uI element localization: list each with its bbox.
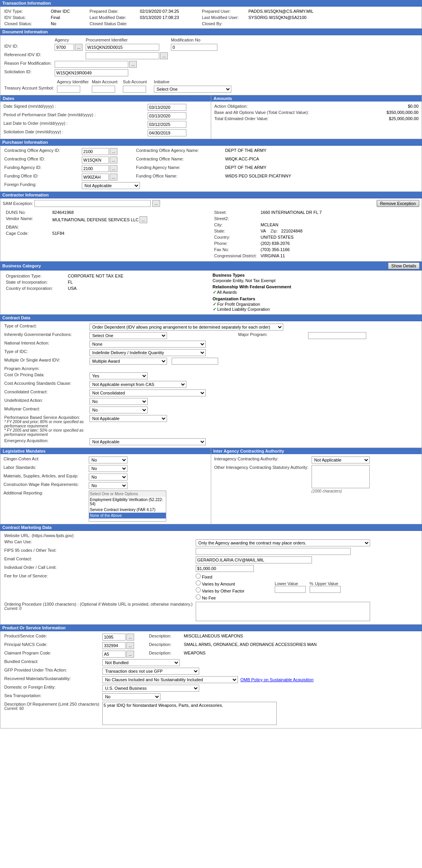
option-employment[interactable]: Employment Eligibility Verification (52.… bbox=[89, 497, 166, 507]
total-estimated-value: $25,000,000.00 bbox=[370, 115, 420, 122]
fips-field[interactable] bbox=[196, 548, 351, 555]
bundled-select[interactable]: Not Bundled bbox=[102, 659, 180, 666]
contracting-office-id-ellipsis[interactable]: ... bbox=[110, 157, 117, 164]
type-of-contract-select[interactable]: Order Dependent (IDV allows pricing arra… bbox=[90, 324, 283, 331]
contracting-office-agency-name-value: DEPT OF THE ARMY bbox=[224, 147, 419, 156]
description-req-field[interactable]: 5 year IDIQ for Nonstandard Weapons, Par… bbox=[102, 702, 277, 725]
funding-agency-id-field[interactable] bbox=[82, 165, 109, 172]
option-none-above[interactable]: None of the Above bbox=[89, 513, 166, 518]
labor-standards-select[interactable]: No bbox=[89, 465, 127, 472]
performance-based-select[interactable]: Not Applicable bbox=[90, 415, 167, 422]
type-idc-select[interactable]: Indefinite Delivery / Indefinite Quantit… bbox=[90, 349, 206, 356]
undefinitized-label: Undefinitized Action: bbox=[3, 397, 88, 406]
treasury-main-account-field[interactable] bbox=[92, 86, 115, 93]
funding-agency-name-label: Funding Agency Name: bbox=[134, 164, 224, 173]
other-interagency-label: Other Interagency Contracting Statutory … bbox=[213, 464, 310, 494]
naics-desc-value: SMALL ARMS, ORDNANCE, AND ORDNANCE ACCES… bbox=[182, 641, 419, 650]
ordering-procedure-current: Current: 0 bbox=[4, 606, 193, 611]
modification-no-field[interactable] bbox=[171, 44, 217, 51]
referenced-idv-field[interactable] bbox=[86, 52, 159, 59]
ordering-procedure-field[interactable] bbox=[196, 602, 370, 621]
procurement-id-col-header: Procurement Identifier bbox=[84, 37, 169, 43]
reason-modification-field[interactable] bbox=[55, 61, 128, 68]
org-factor-2: ✓ Limited Liability Corporation bbox=[213, 307, 418, 312]
program-acronym-field[interactable] bbox=[172, 358, 218, 365]
product-service-section: Product Or Service Information Product/S… bbox=[0, 625, 422, 728]
upper-value-field[interactable] bbox=[310, 586, 341, 593]
fee-varies-other-radio[interactable] bbox=[196, 587, 201, 592]
sea-transport-select[interactable]: No bbox=[102, 693, 160, 700]
dates-section: Dates Date Signed (mm/dd/yyyy) : Period … bbox=[0, 95, 211, 139]
treasury-agency-id-field[interactable] bbox=[57, 86, 80, 93]
omb-policy-link[interactable]: OMB Policy on Sustainable Acquisition bbox=[240, 677, 313, 682]
funding-office-id-ellipsis[interactable]: ... bbox=[110, 174, 117, 181]
dates-amounts-container: Dates Date Signed (mm/dd/yyyy) : Period … bbox=[0, 95, 422, 139]
funding-agency-name-value: DEPT OF THE ARMY bbox=[224, 164, 419, 173]
idv-id-agency-field[interactable] bbox=[55, 44, 74, 51]
product-code-field[interactable] bbox=[102, 634, 126, 641]
cost-accounting-select[interactable]: Not Applicable exempt from CAS bbox=[90, 381, 186, 388]
construction-wage-select[interactable]: No bbox=[89, 482, 127, 489]
reason-modification-ellipsis-btn[interactable]: ... bbox=[129, 61, 137, 68]
recovered-select[interactable]: No Clauses Included and No Sustainabilit… bbox=[102, 676, 238, 683]
zip-value: 221024848 bbox=[281, 229, 303, 233]
period-start-field[interactable] bbox=[148, 112, 186, 119]
foreign-funding-label: Foreign Funding: bbox=[3, 181, 80, 190]
fee-no-fee-radio[interactable] bbox=[196, 594, 201, 599]
option-service-contract[interactable]: Service Contract Inventory (FAR 4.17) bbox=[89, 507, 166, 513]
sam-exception-ellipsis[interactable]: ... bbox=[152, 200, 160, 207]
who-can-use-select[interactable]: Only the Agency awarding the contract ma… bbox=[196, 539, 370, 546]
domestic-foreign-select[interactable]: U.S. Owned Business bbox=[102, 685, 199, 692]
referenced-idv-ellipsis-btn[interactable]: ... bbox=[160, 52, 168, 59]
procurement-id-field[interactable] bbox=[86, 44, 159, 51]
cost-pricing-select[interactable]: Yes bbox=[90, 372, 148, 379]
major-program-field[interactable] bbox=[308, 332, 366, 339]
gfp-select[interactable]: Transaction does not use GFP bbox=[102, 668, 199, 675]
lower-value-field[interactable] bbox=[275, 586, 306, 593]
last-modified-user-label: Last Modified User: bbox=[200, 14, 247, 21]
multiyear-select[interactable]: No bbox=[90, 406, 148, 413]
naics-ellipsis[interactable]: ... bbox=[126, 642, 134, 649]
solicitation-id-field[interactable] bbox=[55, 69, 128, 76]
fee-varies-other-label: Varies by Other Factor bbox=[202, 589, 245, 593]
multiple-single-select[interactable]: Multiple Award bbox=[90, 358, 167, 365]
funding-office-id-field[interactable] bbox=[82, 174, 109, 181]
show-details-btn[interactable]: Show Details bbox=[388, 262, 420, 269]
sam-exception-field[interactable] bbox=[34, 200, 151, 207]
product-code-ellipsis[interactable]: ... bbox=[126, 634, 134, 641]
additional-reporting-listbox[interactable]: Select One or More Options Employment El… bbox=[89, 491, 166, 522]
email-contact-field[interactable] bbox=[196, 556, 312, 563]
contracting-office-id-field[interactable] bbox=[82, 157, 109, 164]
idv-id-ellipsis-btn[interactable]: ... bbox=[75, 44, 83, 51]
fee-fixed-radio[interactable] bbox=[196, 574, 201, 579]
solicitation-date-field[interactable] bbox=[148, 129, 186, 136]
treasury-sub-account-field[interactable] bbox=[123, 86, 146, 93]
select-one-more-option[interactable]: Select One or More Options bbox=[89, 491, 166, 497]
remove-exception-btn[interactable]: Remove Exception bbox=[377, 200, 419, 207]
foreign-funding-select[interactable]: Not Applicable bbox=[82, 182, 140, 189]
undefinitized-select[interactable]: No bbox=[90, 398, 148, 405]
claimant-field[interactable] bbox=[102, 651, 126, 658]
materials-select[interactable]: No bbox=[89, 474, 127, 480]
fee-varies-amount-radio[interactable] bbox=[196, 580, 201, 586]
cost-pricing-label: Cost Or Pricing Data: bbox=[3, 372, 88, 380]
interagency-select[interactable]: Not Applicable bbox=[312, 456, 370, 463]
funding-agency-id-ellipsis[interactable]: ... bbox=[110, 165, 117, 172]
emergency-select[interactable]: Not Applicable bbox=[90, 438, 206, 445]
vendor-name-ellipsis[interactable]: ... bbox=[140, 216, 147, 223]
consolidated-select[interactable]: Not Consolidated bbox=[90, 389, 206, 396]
naics-desc-label: Description: bbox=[147, 641, 182, 650]
date-signed-field[interactable] bbox=[148, 104, 186, 111]
individual-order-field[interactable] bbox=[196, 565, 254, 572]
naics-field[interactable] bbox=[102, 642, 126, 649]
dban-value bbox=[51, 224, 210, 230]
last-date-field[interactable] bbox=[148, 121, 186, 128]
contracting-agency-id-ellipsis[interactable]: ... bbox=[110, 148, 117, 155]
other-interagency-field[interactable] bbox=[312, 465, 370, 488]
inherently-gov-select[interactable]: Select One bbox=[90, 332, 167, 339]
claimant-ellipsis[interactable]: ... bbox=[126, 651, 134, 658]
national-interest-select[interactable]: None bbox=[90, 341, 206, 348]
initiative-select[interactable]: Select One bbox=[154, 86, 231, 93]
contracting-office-agency-id-field[interactable] bbox=[82, 148, 109, 155]
clinger-cohen-select[interactable]: No bbox=[89, 456, 127, 463]
